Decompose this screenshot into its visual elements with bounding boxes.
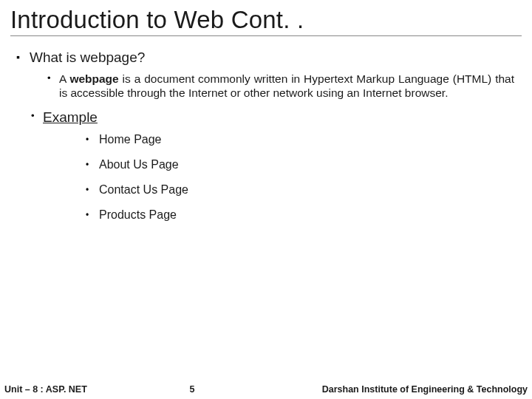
- example-text: Home Page: [99, 133, 162, 146]
- example-heading: Example: [43, 109, 98, 125]
- footer-right: Darshan Institute of Engineering & Techn…: [322, 384, 528, 395]
- slide: Introduction to Web Cont. . What is webp…: [0, 0, 532, 399]
- slide-title: Introduction to Web Cont. .: [10, 6, 522, 36]
- list-item: Products Page: [43, 208, 519, 222]
- page-number: 5: [190, 384, 195, 395]
- question-text: What is webpage?: [30, 50, 145, 65]
- question-item: What is webpage? A webpage is a document…: [13, 50, 519, 100]
- example-heading-item: Example Home Page About Us Page Contact …: [13, 109, 519, 222]
- definition-item: A webpage is a document commonly written…: [30, 72, 519, 100]
- example-section: Example Home Page About Us Page Contact …: [13, 109, 519, 222]
- slide-body: What is webpage? A webpage is a document…: [10, 39, 522, 222]
- example-list: Home Page About Us Page Contact Us Page …: [43, 133, 519, 222]
- definition-prefix: A: [59, 72, 69, 85]
- definition-rest: is a document commonly written in Hypert…: [59, 72, 514, 99]
- bullet-list: What is webpage? A webpage is a document…: [13, 50, 519, 100]
- example-text: Products Page: [99, 208, 177, 221]
- example-text: About Us Page: [99, 158, 179, 171]
- list-item: Contact Us Page: [43, 183, 519, 197]
- definition-term: webpage: [69, 72, 118, 85]
- sub-list: A webpage is a document commonly written…: [30, 72, 519, 100]
- list-item: Home Page: [43, 133, 519, 146]
- example-text: Contact Us Page: [99, 183, 188, 196]
- list-item: About Us Page: [43, 158, 519, 171]
